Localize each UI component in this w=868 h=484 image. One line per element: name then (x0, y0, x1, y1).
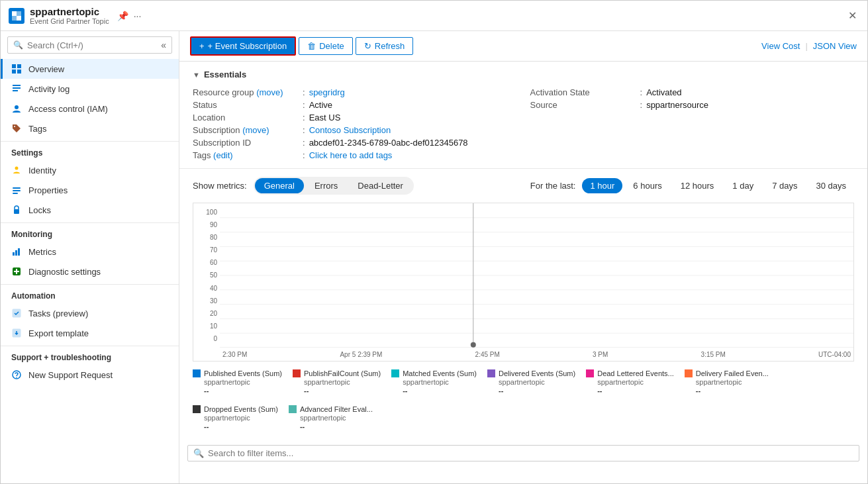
sub-move-link[interactable]: (move) (242, 125, 269, 135)
sub-value-link[interactable]: Contoso Subscription (309, 125, 391, 135)
scroll-content: ▼ Essentials Resource group (move) : spe… (179, 62, 867, 483)
time-tab-30days[interactable]: 30 days (808, 178, 854, 193)
legend-item-1: PublishFailCount (Sum) sppartnertopic -- (293, 369, 381, 395)
automation-section: Automation (1, 284, 179, 303)
legend-color-4 (586, 369, 594, 377)
svg-rect-23 (16, 269, 17, 274)
essentials-title: Essentials (204, 70, 246, 79)
status-row: Status : Active (193, 99, 517, 111)
legend-item-2: Matched Events (Sum) sppartnertopic -- (391, 369, 477, 395)
resource-group-row: Resource group (move) : spegridrg (193, 86, 517, 99)
sidebar-item-support[interactable]: New Support Request (1, 365, 179, 385)
svg-rect-17 (14, 209, 19, 214)
svg-point-12 (14, 126, 15, 127)
delete-button[interactable]: 🗑 Delete (299, 37, 353, 55)
collapse-icon[interactable]: « (161, 40, 166, 50)
view-cost-link[interactable]: View Cost (761, 41, 800, 51)
sidebar-item-identity[interactable]: Identity (1, 160, 179, 180)
metrics-tab-errors[interactable]: Errors (305, 178, 347, 193)
svg-rect-2 (17, 11, 21, 16)
time-tab-12hours[interactable]: 12 hours (673, 178, 722, 193)
refresh-button[interactable]: ↻ Refresh (356, 37, 414, 55)
sidebar-item-properties[interactable]: Properties (1, 180, 179, 200)
identity-label: Identity (28, 166, 56, 175)
chevron-down-icon: ▼ (193, 71, 200, 79)
sidebar-item-metrics[interactable]: Metrics (1, 242, 179, 262)
pin-icon[interactable]: 📌 (117, 11, 128, 21)
sidebar-item-diagnostic[interactable]: Diagnostic settings (1, 262, 179, 281)
properties-label: Properties (28, 185, 68, 195)
svg-rect-8 (13, 85, 21, 86)
sidebar-item-export[interactable]: Export template (1, 323, 179, 343)
time-tab-1hour[interactable]: 1 hour (582, 178, 622, 193)
time-tabs: For the last: 1 hour 6 hours 12 hours 1 … (530, 178, 854, 193)
time-tab-6hours[interactable]: 6 hours (625, 178, 669, 193)
svg-point-13 (15, 167, 19, 170)
diagnostic-icon (11, 266, 22, 277)
title-actions: 📌 ··· (117, 11, 142, 21)
sidebar: 🔍 « Overview Activity log (1, 31, 179, 483)
metrics-tab-deadletter[interactable]: Dead-Letter (348, 178, 412, 193)
rg-value-link[interactable]: spegridrg (309, 87, 345, 97)
overview-label: Overview (28, 64, 64, 74)
iam-label: Access control (IAM) (28, 104, 108, 114)
window-title: sppartnertopic (30, 6, 109, 17)
tasks-icon (11, 308, 22, 318)
plus-icon: + (199, 41, 205, 51)
sidebar-item-locks[interactable]: Locks (1, 200, 179, 220)
support-label: New Support Request (28, 370, 113, 380)
svg-rect-0 (12, 11, 17, 16)
chart-area: 100 90 80 70 60 50 40 30 20 10 0 (193, 203, 854, 362)
bottom-search-input[interactable] (208, 448, 853, 458)
svg-point-39 (471, 342, 476, 348)
essentials-section: ▼ Essentials Resource group (move) : spe… (179, 62, 867, 169)
chart-x-axis: 2:30 PM Apr 5 2:39 PM 2:45 PM 3 PM 3:15 … (220, 348, 853, 361)
tags-add-link[interactable]: Click here to add tags (309, 150, 393, 160)
event-subscription-button[interactable]: + + Event Subscription (190, 36, 296, 56)
svg-rect-20 (18, 248, 20, 256)
search-input[interactable] (27, 40, 157, 50)
app-icon (9, 8, 24, 24)
sidebar-item-overview[interactable]: Overview (1, 59, 179, 79)
svg-rect-9 (13, 87, 21, 89)
legend-item-4: Dead Lettered Events... sppartnertopic -… (586, 369, 674, 395)
sidebar-item-tags[interactable]: Tags (1, 119, 179, 138)
time-tab-1day[interactable]: 1 day (724, 178, 761, 193)
chart-y-axis: 100 90 80 70 60 50 40 30 20 10 0 (193, 203, 220, 348)
legend-color-7 (289, 405, 297, 413)
tags-edit-link[interactable]: (edit) (213, 150, 233, 160)
subscription-row: Subscription (move) : Contoso Subscripti… (193, 124, 517, 136)
activity-log-label: Activity log (28, 84, 70, 94)
main-content: + + Event Subscription 🗑 Delete ↻ Refres… (179, 31, 867, 483)
legend-color-5 (685, 369, 693, 377)
bottom-search-bar[interactable]: 🔍 (187, 445, 859, 461)
svg-rect-1 (17, 16, 21, 21)
main-window: sppartnertopic Event Grid Partner Topic … (0, 0, 868, 484)
legend-area: Published Events (Sum) sppartnertopic --… (193, 367, 854, 433)
metrics-icon (11, 246, 22, 257)
svg-rect-3 (12, 16, 17, 21)
json-view-link[interactable]: JSON View (813, 41, 857, 51)
legend-item-6: Dropped Events (Sum) sppartnertopic -- (193, 405, 278, 430)
support-icon (11, 369, 22, 380)
metrics-tab-general[interactable]: General (255, 178, 304, 193)
properties-icon (11, 185, 22, 195)
svg-rect-10 (13, 90, 18, 91)
legend-color-3 (487, 369, 495, 377)
more-icon[interactable]: ··· (134, 11, 142, 21)
time-tab-7days[interactable]: 7 days (764, 178, 805, 193)
metrics-header: Show metrics: General Errors Dead-Letter… (193, 177, 854, 195)
legend-item-7: Advanced Filter Eval... sppartnertopic -… (289, 405, 373, 430)
sidebar-item-activity-log[interactable]: Activity log (1, 79, 179, 99)
sidebar-item-tasks[interactable]: Tasks (preview) (1, 303, 179, 323)
monitoring-section: Monitoring (1, 222, 179, 242)
legend-color-6 (193, 405, 201, 413)
tags-label: Tags (28, 124, 46, 134)
overview-icon (11, 64, 22, 74)
sidebar-item-iam[interactable]: Access control (IAM) (1, 99, 179, 119)
close-button[interactable]: ✕ (845, 7, 859, 24)
rg-move-link[interactable]: (move) (256, 87, 283, 97)
search-bar[interactable]: 🔍 « (7, 36, 172, 54)
metrics-tabs: General Errors Dead-Letter (254, 177, 414, 195)
locks-icon (11, 205, 22, 215)
